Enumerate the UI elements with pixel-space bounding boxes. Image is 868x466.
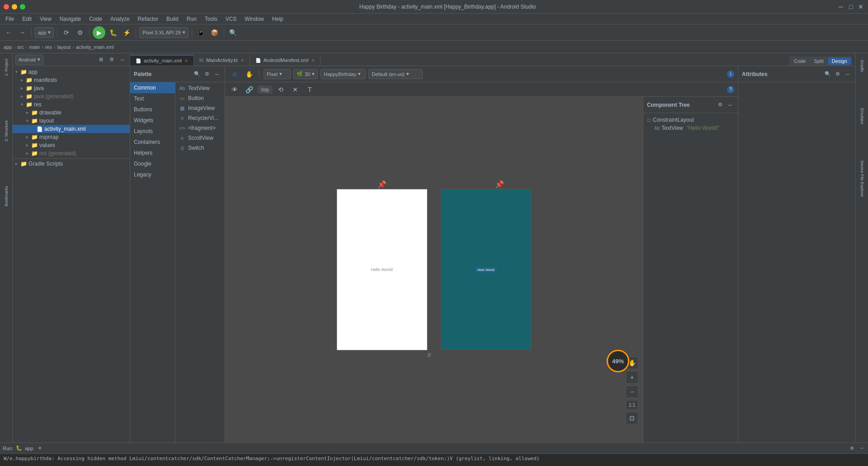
android-dropdown[interactable]: Android ▾ — [15, 55, 43, 65]
code-view-button[interactable]: Code — [790, 57, 809, 65]
palette-cat-text[interactable]: Text — [130, 93, 175, 104]
palette-search-button[interactable]: 🔍 — [193, 70, 201, 78]
attr-settings-button[interactable]: ⚙ — [834, 70, 842, 78]
run-close-button[interactable]: ✕ — [36, 445, 43, 452]
bc-item[interactable]: app — [4, 44, 12, 50]
menu-code[interactable]: Code — [85, 15, 106, 23]
vert-tab-gradle[interactable]: Gradle — [857, 55, 868, 76]
guidelines-button[interactable]: T — [304, 84, 316, 95]
avd-manager-button[interactable]: 📱 — [195, 27, 207, 38]
menu-edit[interactable]: Edit — [19, 15, 35, 23]
zoom-in-button[interactable]: + — [626, 371, 638, 384]
back-button[interactable]: ← — [3, 27, 14, 38]
menu-refactor[interactable]: Refactor — [134, 15, 162, 23]
menu-file[interactable]: File — [2, 15, 18, 23]
menu-run[interactable]: Run — [183, 15, 200, 23]
tree-item-app[interactable]: ▼ 📁 app — [13, 68, 130, 76]
menu-tools[interactable]: Tools — [201, 15, 221, 23]
split-view-button[interactable]: Split — [810, 57, 827, 65]
eye-button[interactable]: 👁 — [229, 84, 241, 95]
fit-screen-button[interactable]: ⊡ — [626, 412, 638, 424]
tab-close-icon[interactable]: ✕ — [311, 58, 315, 63]
comp-tree-settings-button[interactable]: ⚙ — [716, 101, 724, 109]
minimize-panel-button[interactable]: ─ — [118, 55, 127, 64]
debug-button[interactable]: 🐛 — [107, 27, 119, 38]
tree-item-java[interactable]: ► 📁 java — [13, 84, 130, 92]
bc-item[interactable]: src — [17, 44, 24, 50]
attr-search-button[interactable]: 🔍 — [824, 70, 832, 78]
tab-close-icon[interactable]: ✕ — [241, 58, 244, 63]
resize-handle[interactable]: // — [428, 352, 431, 358]
app-dropdown[interactable]: app ▾ — [35, 27, 54, 38]
maximize-button[interactable]: □ — [847, 3, 854, 10]
vert-tab-emulator[interactable]: Emulator — [857, 104, 868, 129]
palette-cat-common[interactable]: Common — [130, 82, 175, 93]
vert-tab-device-explorer[interactable]: Device File Explorer — [857, 156, 868, 202]
vert-tab-bookmarks[interactable]: Bookmarks — [1, 182, 12, 210]
ct-item-textview[interactable]: Ab TextView "Hello World!" — [645, 124, 736, 132]
tab-androidmanifest[interactable]: 📄 AndroidManifest.xml ✕ — [250, 55, 321, 66]
device-dropdown[interactable]: Pixel 3 XL API 29 ▾ — [139, 27, 189, 38]
tab-activity-main[interactable]: 📄 activity_main.xml ✕ — [130, 55, 194, 66]
palette-item-imageview[interactable]: ▦ ImageView — [175, 103, 225, 113]
tab-mainactivity[interactable]: Kt MainActivity.kt ✕ — [194, 55, 250, 66]
menu-build[interactable]: Build — [163, 15, 182, 23]
sdk-manager-button[interactable]: 📦 — [209, 27, 221, 38]
sync-button[interactable]: ⟳ — [61, 27, 72, 38]
pan-tool-button[interactable]: ✋ — [243, 68, 255, 80]
info-icon[interactable]: i — [727, 71, 734, 78]
tree-item-res-generated[interactable]: ► 📁 res (generated) — [13, 149, 130, 157]
bc-item[interactable]: main — [29, 44, 40, 50]
vert-tab-project[interactable]: 1: Project — [1, 55, 12, 80]
margin-input[interactable]: 0dp — [258, 86, 272, 93]
run-minimize-button[interactable]: ─ — [858, 445, 865, 452]
run-settings-button[interactable]: ⚙ — [848, 445, 855, 452]
wireframe-screen[interactable]: Hello World! — [337, 189, 427, 350]
palette-cat-google[interactable]: Google — [130, 158, 175, 169]
palette-cat-buttons[interactable]: Buttons — [130, 104, 175, 115]
bc-item[interactable]: res — [45, 44, 52, 50]
palette-cat-helpers[interactable]: Helpers — [130, 147, 175, 158]
settings-button[interactable]: ⚙ — [74, 27, 86, 38]
tree-item-activity-main[interactable]: 📄 activity_main.xml — [13, 125, 130, 133]
zoom-out-button[interactable]: − — [626, 385, 638, 398]
attr-minimize-button[interactable]: ─ — [844, 70, 852, 78]
close-button[interactable]: ✕ — [857, 3, 864, 10]
bc-item[interactable]: layout — [57, 44, 71, 50]
menu-vcs[interactable]: VCS — [222, 15, 241, 23]
tree-item-java-generated[interactable]: ► 📁 java (generated) — [13, 92, 130, 100]
tree-item-drawable[interactable]: ► 📁 drawable — [13, 109, 130, 117]
menu-navigate[interactable]: Navigate — [56, 15, 85, 23]
select-tool-button[interactable]: ⊕ — [229, 68, 241, 80]
theme-dropdown[interactable]: HappyBirthday▾ — [321, 69, 366, 79]
vert-tab-structure[interactable]: 2: Structure — [1, 117, 12, 145]
bc-item[interactable]: activity_main.xml — [76, 44, 114, 50]
palette-item-scrollview[interactable]: ≡ ScrollView — [175, 133, 225, 143]
palette-item-fragment[interactable]: <> <fragment> — [175, 123, 225, 133]
search-everywhere-button[interactable]: 🔍 — [227, 27, 239, 38]
forward-button[interactable]: → — [16, 27, 28, 38]
clear-constraints-button[interactable]: ✕ — [289, 84, 301, 95]
settings-panel-button[interactable]: ⚙ — [107, 55, 116, 64]
tree-item-layout[interactable]: ▼ 📁 layout — [13, 117, 130, 125]
palette-cat-containers[interactable]: Containers — [130, 137, 175, 147]
menu-analyze[interactable]: Analyze — [107, 15, 133, 23]
info-icon-2[interactable]: ? — [727, 86, 734, 93]
infer-constraints-button[interactable]: ⟲ — [275, 84, 287, 95]
palette-item-textview[interactable]: Ab TextView — [175, 83, 225, 93]
comp-tree-minimize-button[interactable]: ─ — [726, 101, 734, 109]
tree-item-gradle[interactable]: ► 📁 Gradle Scripts — [13, 160, 130, 168]
palette-cat-layouts[interactable]: Layouts — [130, 126, 175, 137]
dpi-dropdown[interactable]: 🌿 30 ▾ — [293, 69, 318, 79]
palette-item-switch[interactable]: ⊙ Switch — [175, 143, 225, 153]
ratio-label[interactable]: 1:1 — [626, 400, 638, 410]
locale-dropdown[interactable]: Default (en-us)▾ — [368, 69, 423, 79]
tree-item-res[interactable]: ▼ 📁 res — [13, 100, 130, 109]
tree-item-mipmap[interactable]: ► 📁 mipmap — [13, 133, 130, 141]
design-view-button[interactable]: Design — [828, 57, 851, 65]
design-screen[interactable]: Hello World! — [441, 189, 531, 350]
ct-item-constraintlayout[interactable]: ⬡ ConstraintLayout — [645, 116, 736, 124]
hello-world-selected[interactable]: Hello World! — [476, 267, 496, 272]
palette-cat-legacy[interactable]: Legacy — [130, 169, 175, 180]
profile-button[interactable]: ⚡ — [121, 27, 132, 38]
